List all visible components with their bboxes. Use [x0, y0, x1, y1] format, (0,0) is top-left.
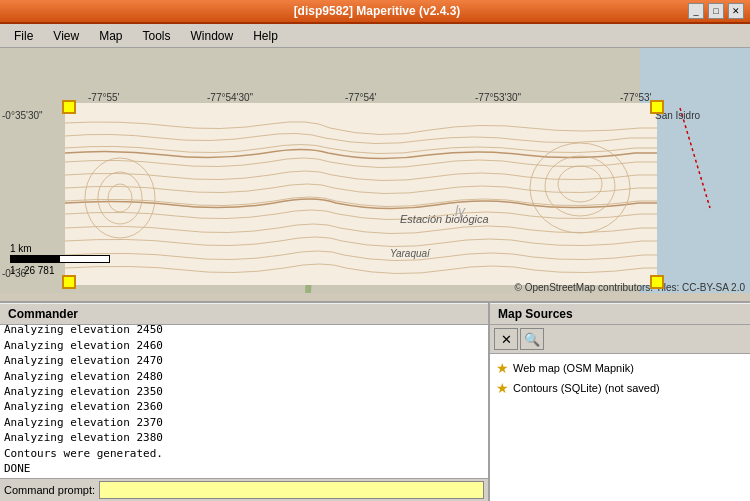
- star-icon-1: ★: [496, 380, 509, 396]
- command-input[interactable]: [99, 481, 484, 499]
- log-entry: Analyzing elevation 2350: [4, 384, 484, 399]
- corner-marker-bl: [62, 275, 76, 289]
- close-button[interactable]: ✕: [728, 3, 744, 19]
- commander-header: Commander: [0, 303, 488, 325]
- map-svg: [0, 48, 750, 293]
- log-entry: DONE: [4, 461, 484, 476]
- lon-label-4: -77°53'30": [475, 92, 521, 103]
- log-entry: Analyzing elevation 2360: [4, 399, 484, 414]
- scale-area: 1 km 1 : 26 781: [10, 243, 110, 276]
- mapsources-list: ★Web map (OSM Mapnik)★Contours (SQLite) …: [490, 354, 750, 501]
- log-entry: Analyzing elevation 2480: [4, 369, 484, 384]
- lon-label-2: -77°54'30": [207, 92, 253, 103]
- log-entry: Analyzing elevation 2370: [4, 415, 484, 430]
- mapsources-toolbar: ✕ 🔍: [490, 325, 750, 354]
- map-background: [0, 48, 750, 301]
- titlebar: [disp9582] Maperitive (v2.4.3) _ □ ✕: [0, 0, 750, 24]
- mapsources-search-button[interactable]: 🔍: [520, 328, 544, 350]
- main-area: -77°55' -77°54'30" -77°54' -77°53'30" -7…: [0, 48, 750, 501]
- yaraquai-label: Yaraquaí: [390, 248, 430, 259]
- mapsource-label-0: Web map (OSM Mapnik): [513, 362, 634, 374]
- star-icon-0: ★: [496, 360, 509, 376]
- log-entry: Analyzing elevation 2380: [4, 430, 484, 445]
- menu-view[interactable]: View: [43, 27, 89, 45]
- menu-tools[interactable]: Tools: [132, 27, 180, 45]
- mapsource-item[interactable]: ★Contours (SQLite) (not saved): [494, 378, 746, 398]
- map-container[interactable]: -77°55' -77°54'30" -77°54' -77°53'30" -7…: [0, 48, 750, 301]
- log-entry: Analyzing elevation 2460: [4, 338, 484, 353]
- minimize-button[interactable]: _: [688, 3, 704, 19]
- map-watermark: ly: [455, 203, 465, 219]
- window-controls[interactable]: _ □ ✕: [688, 3, 744, 19]
- mapsources-close-button[interactable]: ✕: [494, 328, 518, 350]
- scale-bar: [10, 255, 110, 263]
- menu-file[interactable]: File: [4, 27, 43, 45]
- menubar: File View Map Tools Window Help: [0, 24, 750, 48]
- mapsource-label-1: Contours (SQLite) (not saved): [513, 382, 660, 394]
- corner-marker-br: [650, 275, 664, 289]
- menu-window[interactable]: Window: [181, 27, 244, 45]
- log-entry: Analyzing elevation 2470: [4, 353, 484, 368]
- window-title: [disp9582] Maperitive (v2.4.3): [66, 4, 688, 18]
- menu-help[interactable]: Help: [243, 27, 288, 45]
- map-attribution: © OpenStreetMap contributors. Tiles: CC-…: [515, 282, 745, 293]
- lon-label-1: -77°55': [88, 92, 119, 103]
- estacion-label: Estación biológica: [400, 213, 489, 225]
- lon-label-3: -77°54': [345, 92, 376, 103]
- corner-marker-tr: [650, 100, 664, 114]
- scale-km-label: 1 km: [10, 243, 110, 254]
- commander-panel: Commander Analyzing elevation 1490Analyz…: [0, 303, 490, 501]
- mapsources-header: Map Sources: [490, 303, 750, 325]
- scale-ratio: 1 : 26 781: [10, 265, 110, 276]
- prompt-label: Command prompt:: [4, 484, 95, 496]
- corner-marker-tl: [62, 100, 76, 114]
- maximize-button[interactable]: □: [708, 3, 724, 19]
- lon-label-5: -77°53': [620, 92, 651, 103]
- mapsource-item[interactable]: ★Web map (OSM Mapnik): [494, 358, 746, 378]
- menu-map[interactable]: Map: [89, 27, 132, 45]
- search-icon: 🔍: [524, 332, 540, 347]
- commander-log[interactable]: Analyzing elevation 1490Analyzing elevat…: [0, 325, 488, 478]
- lat-label-top: -0°35'30": [2, 110, 43, 121]
- log-entry: Contours were generated.: [4, 446, 484, 461]
- log-entry: Analyzing elevation 2450: [4, 325, 484, 338]
- bottom-panels: Commander Analyzing elevation 1490Analyz…: [0, 301, 750, 501]
- command-prompt-area: Command prompt:: [0, 478, 488, 501]
- mapsources-panel: Map Sources ✕ 🔍 ★Web map (OSM Mapnik)★Co…: [490, 303, 750, 501]
